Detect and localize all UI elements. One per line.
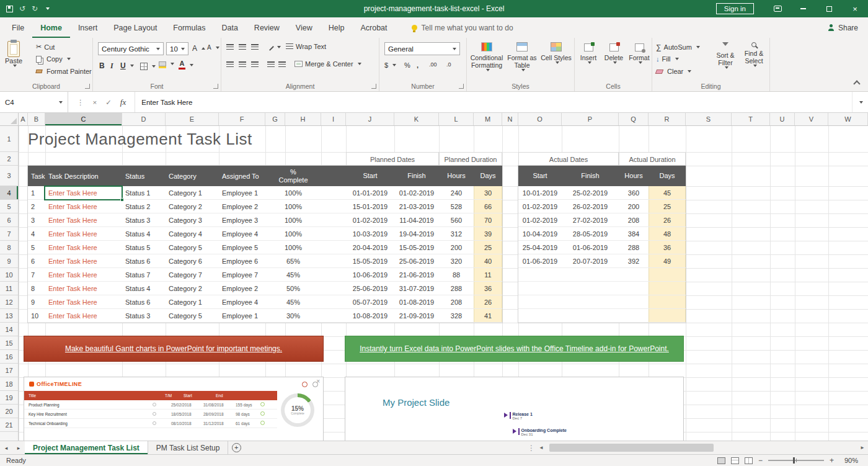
cell-planned-start[interactable]: 15-01-2019 xyxy=(346,200,394,213)
cell-planned-finish[interactable]: 11-04-2019 xyxy=(394,213,439,226)
slide-preview-image[interactable]: My Project Slide Release 1Dec 7 Onboardi… xyxy=(345,377,684,441)
cell-blank[interactable] xyxy=(321,213,346,226)
cell-task-description[interactable]: Enter Task Here xyxy=(45,241,122,254)
normal-view-icon[interactable] xyxy=(717,457,725,464)
column-header[interactable]: B xyxy=(28,113,45,125)
column-header[interactable]: K xyxy=(394,113,439,125)
zoom-in-icon[interactable]: + xyxy=(830,456,834,465)
header-category[interactable]: Category xyxy=(166,166,219,186)
cell-planned-hours[interactable]: 560 xyxy=(439,213,474,226)
page-break-view-icon[interactable] xyxy=(745,457,753,464)
cell-category[interactable]: Category 4 xyxy=(166,227,219,240)
cell-actual-days[interactable]: 36 xyxy=(649,241,686,254)
decrease-indent-button[interactable] xyxy=(267,61,275,68)
tell-me-box[interactable]: Tell me what you want to do xyxy=(412,17,513,38)
cell-actual-hours[interactable]: 392 xyxy=(619,254,649,267)
cell-task-id[interactable]: 4 xyxy=(28,227,45,240)
cell-task-description[interactable]: Enter Task Here xyxy=(45,213,122,226)
cell-actual-finish[interactable]: 28-05-2019 xyxy=(562,227,619,240)
underline-button[interactable]: U xyxy=(120,61,134,70)
cell-status[interactable]: Status 4 xyxy=(122,227,166,240)
cell-planned-finish[interactable]: 31-07-2019 xyxy=(394,282,439,295)
cell-status[interactable]: Status 6 xyxy=(122,254,166,267)
cell-actual-finish[interactable] xyxy=(562,268,619,281)
page-layout-view-icon[interactable] xyxy=(731,457,739,464)
dialog-launcher-icon[interactable] xyxy=(459,84,464,89)
cell-task-id[interactable]: 2 xyxy=(28,200,45,213)
sheet-tab-task-list[interactable]: Project Management Task List xyxy=(25,441,148,454)
cell-planned-hours[interactable]: 528 xyxy=(439,200,474,213)
cell-planned-finish[interactable]: 21-03-2019 xyxy=(394,200,439,213)
cell-planned-days[interactable]: 25 xyxy=(474,241,502,254)
cell-assigned-to[interactable]: Employee 2 xyxy=(219,282,265,295)
cell-actual-start[interactable] xyxy=(518,309,562,322)
cell-planned-start[interactable]: 10-06-2019 xyxy=(346,268,394,281)
expand-formula-bar-icon[interactable] xyxy=(852,92,868,112)
cell-planned-hours[interactable]: 208 xyxy=(439,295,474,308)
format-cells-button[interactable]: Format xyxy=(627,40,652,64)
align-left-button[interactable] xyxy=(226,61,234,68)
cell-blank[interactable] xyxy=(321,227,346,240)
save-icon[interactable] xyxy=(6,6,13,12)
orientation-button[interactable] xyxy=(267,44,281,50)
column-header[interactable]: T xyxy=(732,113,770,125)
cell-planned-start[interactable]: 10-08-2019 xyxy=(346,309,394,322)
font-color-button[interactable]: A xyxy=(179,60,193,69)
cell-assigned-to[interactable]: Employee 1 xyxy=(219,309,265,322)
comma-style-button[interactable]: , xyxy=(417,61,418,69)
header-assigned-to[interactable]: Assigned To xyxy=(219,166,265,186)
horizontal-scrollbar[interactable] xyxy=(547,441,857,454)
zoom-level[interactable]: 90% xyxy=(839,457,858,464)
planned-duration-header[interactable]: Planned Duration xyxy=(439,152,502,166)
cell-percent-complete[interactable]: 100% xyxy=(265,241,321,254)
cell-actual-days[interactable] xyxy=(649,309,686,322)
column-header[interactable]: F xyxy=(219,113,265,125)
column-header[interactable]: J xyxy=(346,113,394,125)
increase-decimal-button[interactable]: .00 xyxy=(429,61,437,68)
cell-actual-start[interactable]: 25-04-2019 xyxy=(518,241,562,254)
cell-blank[interactable] xyxy=(321,309,346,322)
cell-task-id[interactable]: 6 xyxy=(28,254,45,267)
header-hours[interactable]: Hours xyxy=(439,166,474,186)
header-start[interactable]: Start xyxy=(346,166,394,186)
column-header[interactable]: L xyxy=(439,113,474,125)
customize-qat-icon[interactable] xyxy=(46,7,50,10)
row-header[interactable]: 19 xyxy=(0,391,18,405)
column-header[interactable]: D xyxy=(122,113,166,125)
align-right-button[interactable] xyxy=(251,61,259,68)
cell-blank[interactable] xyxy=(321,200,346,213)
splitter-icon[interactable]: ⋮ xyxy=(77,98,84,107)
cell-actual-finish[interactable]: 20-07-2019 xyxy=(562,254,619,267)
bold-button[interactable]: B xyxy=(99,61,105,70)
cell-actual-start[interactable]: 10-01-2019 xyxy=(518,186,562,199)
row-header[interactable]: 21 xyxy=(0,418,18,432)
grow-font-button[interactable]: A xyxy=(192,44,205,53)
ribbon-display-options-icon[interactable] xyxy=(765,0,790,17)
cell-planned-finish[interactable]: 21-06-2019 xyxy=(394,268,439,281)
cell-planned-days[interactable]: 66 xyxy=(474,200,502,213)
cell-planned-days[interactable]: 26 xyxy=(474,295,502,308)
row-header[interactable]: 10 xyxy=(0,268,18,282)
tab-help[interactable]: Help xyxy=(321,17,353,38)
cell-category[interactable]: Category 6 xyxy=(166,254,219,267)
cell-planned-days[interactable]: 30 xyxy=(474,186,502,199)
dialog-launcher-icon[interactable] xyxy=(371,84,376,89)
cell-percent-complete[interactable]: 45% xyxy=(265,268,321,281)
share-button[interactable]: Share xyxy=(818,17,868,38)
conditional-formatting-button[interactable]: Conditional Formatting xyxy=(469,39,504,71)
tab-view[interactable]: View xyxy=(288,17,321,38)
cell-task-description[interactable]: Enter Task Here xyxy=(45,227,122,240)
row-header[interactable]: 17 xyxy=(0,364,18,377)
sheet-nav-right-icon[interactable]: ▸ xyxy=(12,441,25,454)
row-header[interactable]: 8 xyxy=(0,241,18,254)
row-header[interactable]: 7 xyxy=(0,227,18,241)
cell-percent-complete[interactable]: 45% xyxy=(265,295,321,308)
header-actual-hours[interactable]: Hours xyxy=(619,166,649,186)
cell-actual-hours[interactable] xyxy=(619,309,649,322)
tab-review[interactable]: Review xyxy=(246,17,288,38)
percent-style-button[interactable]: % xyxy=(404,61,410,69)
cell-actual-days[interactable] xyxy=(649,295,686,308)
zoom-out-icon[interactable]: − xyxy=(758,456,763,465)
dialog-launcher-icon[interactable] xyxy=(85,84,90,89)
font-size-select[interactable]: 10 xyxy=(166,42,188,55)
